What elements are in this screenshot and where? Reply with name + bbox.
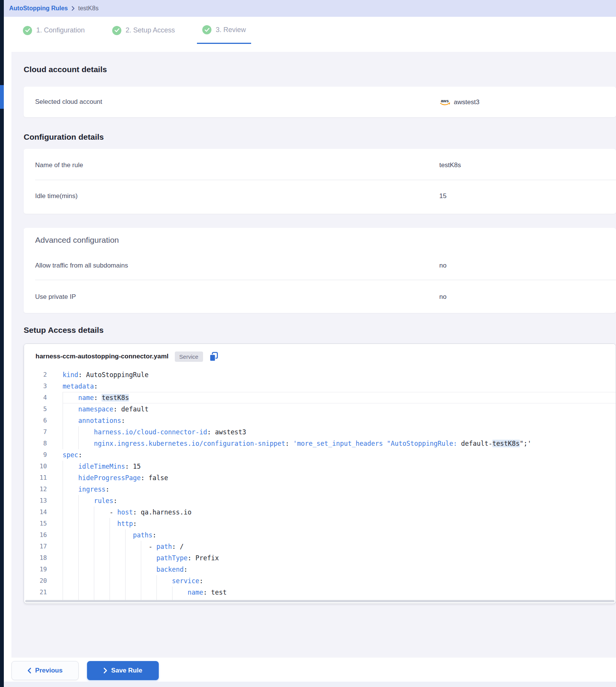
breadcrumb: AutoStopping Rules testK8s [4,0,616,17]
code-line: 20 service: [24,575,616,587]
section-title-cloud-account: Cloud account details [24,65,107,74]
code-line: 11 hideProgressPage: false [24,472,616,484]
line-number: 4 [24,392,47,403]
indent-guide [63,484,63,495]
previous-label: Previous [35,667,63,674]
indent-guide [110,575,110,587]
code-line: 10 idleTimeMins: 15 [24,461,616,472]
breadcrumb-link-autostopping-rules[interactable]: AutoStopping Rules [9,5,68,12]
save-rule-label: Save Rule [111,667,142,674]
tab-label: 2. Setup Access [126,26,175,34]
service-badge: Service [175,352,203,362]
line-number: 13 [24,495,47,506]
row-label: Allow traffic from all subdomains [35,262,128,269]
tab-setup-access[interactable]: 2. Setup Access [107,17,180,44]
indent-guide [141,552,141,564]
indent-guide [141,541,141,552]
indent-guide [125,541,126,552]
divider [35,280,616,280]
indent-guide [94,518,94,529]
indent-guide [78,587,79,598]
copy-button[interactable] [209,352,219,362]
chevron-left-icon [27,668,31,674]
line-number: 21 [24,587,47,598]
line-number: 7 [24,426,47,438]
row-value: 15 [439,192,447,200]
yaml-preview-card: harness-ccm-autostopping-connector.yaml … [24,344,616,604]
indent-guide [125,552,126,564]
indent-guide [94,529,94,541]
indent-guide [141,575,141,587]
code-line: 7 harness.io/cloud-connector-id: awstest… [24,426,616,438]
line-number: 10 [24,461,47,472]
indent-guide [78,529,79,541]
indent-guide [63,392,63,403]
indent-guide [63,403,63,415]
code-line: 3metadata: [24,381,616,392]
indent-guide [156,575,157,587]
chevron-right-icon [103,668,107,674]
wizard-steps: 1. Configuration 2. Setup Access 3. Revi… [4,17,616,44]
nav-active-indicator [0,85,4,109]
bottom-strip [4,682,616,687]
indent-guide [172,587,173,598]
indent-guide [78,575,79,587]
indent-guide [78,495,79,506]
code-line: 13 rules: [24,495,616,506]
indent-guide [110,541,110,552]
code-line: 9spec: [24,449,616,461]
yaml-filename: harness-ccm-autostopping-connector.yaml [35,353,169,360]
indent-guide [94,541,94,552]
indent-guide [94,575,94,587]
line-number: 11 [24,472,47,484]
indent-guide [63,518,63,529]
previous-button[interactable]: Previous [11,661,79,680]
indent-guide [94,587,94,598]
save-rule-button[interactable]: Save Rule [87,661,159,680]
horizontal-scrollbar[interactable] [25,600,614,602]
check-circle-icon [202,25,211,34]
yaml-editor[interactable]: 2kind: AutoStoppingRule3metadata:4 name:… [24,369,616,600]
indent-guide [94,552,94,564]
tab-label: 3. Review [216,26,246,34]
line-number: 12 [24,484,47,495]
indent-guide [78,552,79,564]
indent-guide [110,552,110,564]
row-label: Use private IP [35,293,76,301]
indent-guide [78,541,79,552]
indent-guide [63,575,63,587]
row-value: no [439,262,447,269]
indent-guide [78,438,79,449]
row-value: testK8s [439,161,461,169]
code-line: 18 pathType: Prefix [24,552,616,564]
line-number: 5 [24,403,47,415]
check-circle-icon [23,26,32,35]
left-nav-edge [0,0,4,687]
indent-guide [94,564,94,575]
code-line: 4 name: testK8s [24,392,616,403]
row-label: Name of the rule [35,161,83,169]
tab-review[interactable]: 3. Review [197,17,251,44]
section-title-setup-access: Setup Access details [24,326,103,335]
line-number: 15 [24,518,47,529]
indent-guide [110,518,110,529]
row-label: Selected cloud account [35,98,102,106]
breadcrumb-current: testK8s [78,5,98,12]
code-line: 6 annotations: [24,415,616,426]
indent-guide [94,506,94,518]
indent-guide [63,438,63,449]
cloud-account-name: awstest3 [454,98,479,106]
code-line: 16 paths: [24,529,616,541]
row-value: aws awstest3 [439,98,479,106]
code-line: 14 - host: qa.harness.io [24,506,616,518]
line-number: 3 [24,381,47,392]
configuration-card: Name of the rule testK8s Idle time(mins)… [24,149,616,214]
indent-guide [110,587,110,598]
aws-logo-icon: aws [439,98,451,106]
code-line: 8 nginx.ingress.kubernetes.io/configurat… [24,438,616,449]
tab-label: 1. Configuration [36,26,85,34]
code-line: 21 name: test [24,587,616,598]
divider [35,180,616,180]
line-number: 8 [24,438,47,449]
tab-configuration[interactable]: 1. Configuration [18,17,90,44]
